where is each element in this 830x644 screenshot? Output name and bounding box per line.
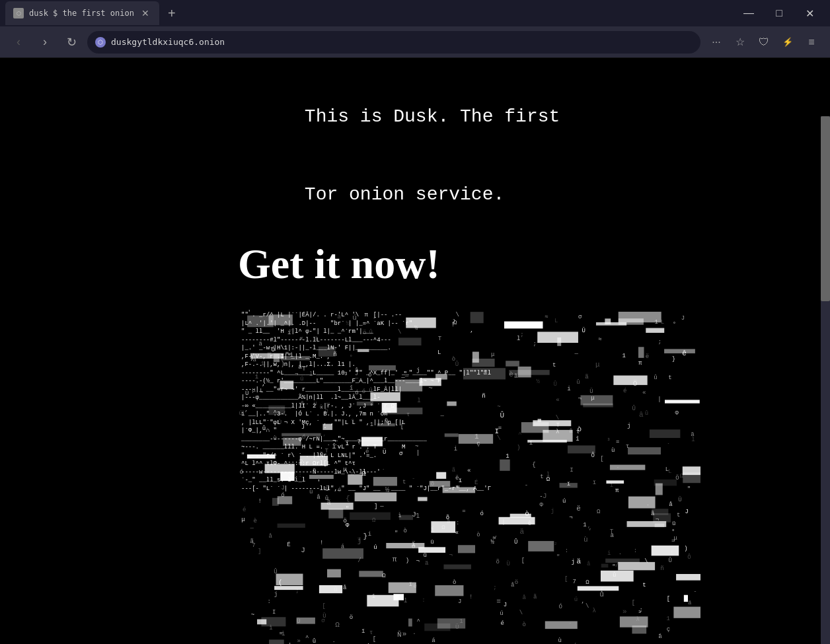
minimize-button[interactable]: —: [734, 0, 764, 26]
scrollbar-thumb[interactable]: [821, 116, 830, 301]
header-line1: This is Dusk. The first: [305, 106, 560, 127]
bookmark-button[interactable]: ☆: [730, 32, 751, 53]
address-bar[interactable]: ⬡ duskgytldkxiuqc6.onion: [87, 31, 700, 54]
new-tab-button[interactable]: +: [162, 3, 182, 23]
tab-title: dusk $ the first onion: [29, 9, 134, 18]
extensions-button[interactable]: ⚡: [777, 32, 798, 53]
page-heading[interactable]: Get it now!: [238, 240, 788, 289]
url-text: duskgytldkxiuqc6.onion: [111, 37, 225, 47]
window-controls: — □ ✕: [734, 0, 825, 26]
reload-button[interactable]: ↻: [61, 32, 82, 53]
page-content: This is Dusk. The first Tor onion servic…: [0, 58, 821, 644]
forward-button[interactable]: ›: [34, 32, 56, 53]
menu-button[interactable]: ≡: [801, 32, 822, 53]
close-button[interactable]: ✕: [794, 0, 825, 26]
tab-close-button[interactable]: ✕: [139, 7, 151, 19]
maximize-button[interactable]: □: [764, 0, 794, 26]
noise-canvas: [238, 308, 700, 644]
tab-favicon: ⬡: [13, 8, 24, 18]
page-header: This is Dusk. The first Tor onion servic…: [238, 78, 788, 233]
scrollbar[interactable]: [821, 116, 830, 644]
nav-right-buttons: ··· ☆ 🛡 ⚡ ≡: [706, 32, 822, 53]
active-tab[interactable]: ⬡ dusk $ the first onion ✕: [5, 1, 159, 25]
ascii-art: [238, 308, 700, 644]
back-button[interactable]: ‹: [8, 32, 29, 53]
shield-button[interactable]: 🛡: [753, 32, 774, 53]
onion-icon: ⬡: [95, 37, 106, 48]
more-button[interactable]: ···: [706, 32, 727, 53]
tab-bar: ⬡ dusk $ the first onion ✕ + — □ ✕: [0, 0, 830, 26]
navigation-bar: ‹ › ↻ ⬡ duskgytldkxiuqc6.onion ··· ☆ 🛡 ⚡…: [0, 26, 830, 58]
header-line2: Tor onion service.: [305, 184, 504, 205]
